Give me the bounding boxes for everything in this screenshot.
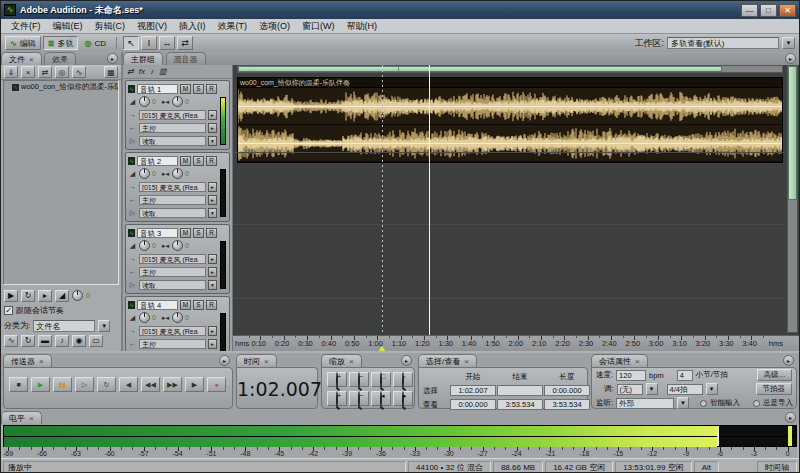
stop-button[interactable]: ■ [9,377,28,392]
pan-knob[interactable] [172,312,183,323]
workspace-caret-icon[interactable]: ▼ [782,37,795,49]
playback-cursor[interactable] [429,65,430,335]
timeline-ruler[interactable]: hms hms 0:100:200:300:400:501:001:101:20… [233,335,799,351]
track-eq-icon[interactable]: ▥ [159,67,167,76]
session-panel-menu-button[interactable]: ▸ [783,355,794,366]
automation-caret-icon[interactable]: ▾ [208,280,217,290]
workspace-select[interactable]: 多轨查看(默认) [667,37,779,49]
zoom-out-vertical-button[interactable]: − [349,391,369,406]
mute-button[interactable]: M [180,156,191,166]
tab-session-properties[interactable]: 会话属性× [591,354,648,367]
menu-view[interactable]: 视图(V) [131,19,173,34]
show-audio-files-button[interactable]: ∿ [4,335,18,347]
track-sends-icon[interactable]: ♪ [150,67,154,76]
tab-levels[interactable]: 电平× [1,411,42,424]
volume-knob[interactable] [139,312,150,323]
volume-knob[interactable] [139,96,150,107]
horizontal-scrollbar-thumb[interactable] [238,66,722,72]
monitor-select[interactable]: 外部 [616,398,674,409]
mute-button[interactable]: M [180,228,191,238]
view-length-field[interactable]: 3:53.534 [544,399,590,410]
preview-play-button[interactable]: ▸ [38,290,52,302]
minimize-button[interactable]: — [741,4,758,17]
input-caret-icon[interactable]: ▸ [208,326,217,336]
track-automation-select[interactable]: 读取 [139,280,206,290]
show-midi-files-button[interactable]: ♪ [55,335,69,347]
track-output-select[interactable]: 主控 [139,123,206,133]
move-clip-tool-button[interactable]: ↔ [159,36,175,50]
zoom-to-right-edge-button[interactable]: ▸ [393,391,413,406]
advanced-button[interactable]: 高级... [757,369,792,381]
record-arm-button[interactable]: R [206,228,217,238]
zoom-in-horizontal-button[interactable]: + [327,372,347,387]
volume-knob[interactable] [139,168,150,179]
tab-close-icon[interactable]: × [29,55,34,64]
advanced-options-icon[interactable]: ▦ [104,66,118,78]
pause-button[interactable]: ▮▮ [53,377,72,392]
scrub-tool-button[interactable]: ⇄ [177,36,193,50]
edit-file-icon[interactable]: ∿ [72,66,86,78]
import-file-icon[interactable]: ⇓ [4,66,18,78]
tab-main-group[interactable]: 主群组 [123,52,163,65]
menu-help[interactable]: 帮助(H) [341,19,384,34]
go-to-end-button[interactable]: ▶ [185,377,204,392]
metronome-button[interactable]: 节拍器 [756,383,793,395]
zoom-panel-menu-button[interactable]: ▸ [401,355,412,366]
level-panel-menu-button[interactable]: ▸ [785,412,796,423]
solo-button[interactable]: S [193,300,204,310]
track-effects-icon[interactable]: fx [139,67,145,76]
pan-knob[interactable] [172,96,183,107]
track-name-field[interactable]: 音轨 2 [137,156,178,166]
maximize-button[interactable]: □ [760,4,777,17]
output-caret-icon[interactable]: ▸ [208,339,217,349]
show-markers-button[interactable]: ◉ [72,335,86,347]
selection-length-field[interactable]: 0:00.000 [544,385,590,396]
go-to-beginning-button[interactable]: ◀ [119,377,138,392]
track-input-select[interactable]: [015] 麦克风 (Rea [139,182,206,192]
time-signature-select[interactable]: 4/4拍 [667,384,703,395]
insert-into-cd-icon[interactable]: ◎ [55,66,69,78]
menu-edit[interactable]: 编辑(E) [47,19,89,34]
tab-zoom[interactable]: 缩放× [321,354,362,367]
track-input-select[interactable]: [015] 麦克风 (Rea [139,326,206,336]
tab-time[interactable]: 时间× [236,354,277,367]
monitor-caret-icon[interactable]: ▼ [677,397,689,409]
close-button[interactable]: ✕ [779,4,796,17]
play-button[interactable]: ▶ [31,377,50,392]
follow-session-checkbox[interactable]: ✓ [4,306,13,315]
zoom-in-vertical-button[interactable]: + [327,391,347,406]
tab-effects[interactable]: 效果 [44,52,76,65]
key-caret-icon[interactable]: ▼ [646,383,658,395]
cd-view-button[interactable]: ◎ CD [80,36,110,50]
time-signature-caret-icon[interactable]: ▼ [706,383,718,395]
tab-selection-view[interactable]: 选择/查看× [418,354,477,367]
track-name-field[interactable]: 音轨 1 [137,84,178,94]
track-input-select[interactable]: [015] 麦克风 (Rea [139,254,206,264]
solo-button[interactable]: S [193,84,204,94]
tab-close-icon[interactable]: × [349,357,354,366]
menu-window[interactable]: 窗口(W) [296,19,341,34]
smart-input-radio[interactable] [700,400,707,407]
output-caret-icon[interactable]: ▸ [208,267,217,277]
track-output-select[interactable]: 主控 [139,267,206,277]
multitrack-view-button[interactable]: ≣ 多轨 [43,36,79,50]
loop-preview-button[interactable]: ↻ [21,290,35,302]
track-automation-select[interactable]: 读取 [139,208,206,218]
selection-start-field[interactable]: 1:02.007 [450,385,496,396]
volume-knob[interactable] [139,240,150,251]
solo-button[interactable]: S [193,228,204,238]
mute-button[interactable]: M [180,84,191,94]
file-list-item[interactable]: ∿ wo00_con_恰似你的温柔-乐队 [4,81,118,93]
track-output-select[interactable]: 主控 [139,339,206,349]
close-file-icon[interactable]: × [21,66,35,78]
tab-close-icon[interactable]: × [635,357,640,366]
vertical-scrollbar[interactable] [787,65,798,333]
fast-forward-button[interactable]: ▶▶ [163,377,182,392]
menu-options[interactable]: 选项(O) [253,19,296,34]
files-panel-menu-button[interactable]: ▸ [107,53,118,64]
input-caret-icon[interactable]: ▸ [208,182,217,192]
record-arm-button[interactable]: R [206,84,217,94]
view-start-field[interactable]: 0:00.000 [450,399,496,410]
output-caret-icon[interactable]: ▸ [208,195,217,205]
menu-clip[interactable]: 剪辑(C) [89,19,132,34]
